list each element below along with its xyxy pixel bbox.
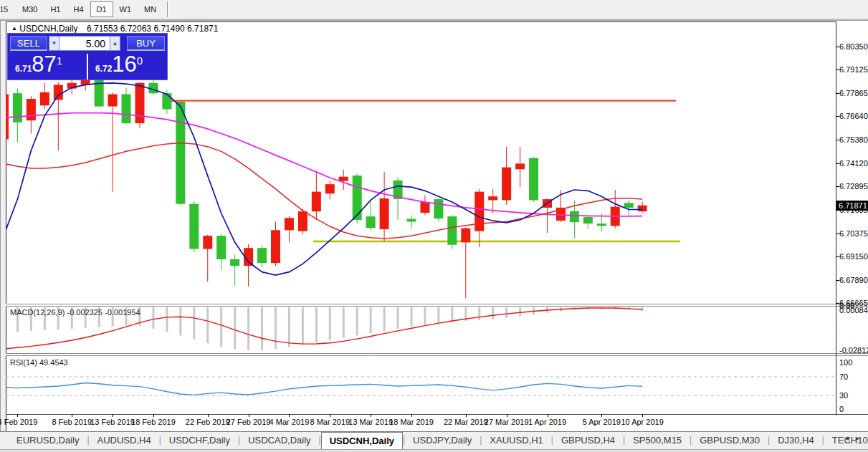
- macd-axis-label: 0.000849: [839, 306, 868, 314]
- candle-body: [488, 196, 497, 200]
- candle-body: [502, 168, 511, 201]
- candle-body: [189, 204, 199, 249]
- macd-histogram-bar: [411, 307, 413, 327]
- macd-histogram-bar: [329, 307, 331, 340]
- macd-axis-label: -0.0281241: [839, 346, 868, 355]
- price-tick-label: 6.80350: [839, 42, 868, 51]
- chart-tab-USDJPY-Daily[interactable]: USDJPY,Daily: [405, 432, 480, 449]
- candle-body: [434, 199, 443, 218]
- timeframe-button-W1[interactable]: W1: [113, 1, 138, 17]
- time-tick-mark: [371, 414, 371, 417]
- chart-tab-USDCNH-Daily[interactable]: USDCNH,Daily: [321, 432, 403, 449]
- candle-body: [474, 192, 484, 231]
- rsi-panel-chart[interactable]: [6, 356, 836, 414]
- time-tick-mark: [601, 414, 602, 417]
- volume-increase-button[interactable]: ▲: [110, 36, 120, 51]
- macd-histogram-bar: [343, 307, 345, 338]
- timeframe-button-D1[interactable]: D1: [90, 1, 113, 17]
- macd-histogram-bar: [505, 307, 507, 318]
- status-strip: [0, 449, 868, 452]
- macd-histogram-bar: [315, 307, 318, 342]
- time-tick-label: 18 Feb 2019: [131, 418, 176, 426]
- candle-body: [176, 102, 185, 204]
- volume-input[interactable]: [59, 36, 110, 51]
- tab-scroll-right-icon[interactable]: ►: [854, 435, 865, 442]
- time-tick-label: 8 Feb 2019: [52, 418, 92, 426]
- chart-tab-DJ30-H4[interactable]: DJ30,H4: [770, 432, 822, 449]
- tab-scroll-left-icon[interactable]: ◄: [844, 435, 854, 442]
- macd-histogram-bar: [370, 307, 372, 333]
- trading-terminal: M15M30H1H4D1W1MN ▲ USDCNH,Daily 6.71553 …: [0, 0, 868, 452]
- current-price-badge: 6.71871: [836, 201, 868, 211]
- timeframe-button-M15[interactable]: M15: [0, 1, 16, 17]
- collapse-triangle-icon[interactable]: ▲: [11, 25, 17, 32]
- candle-body: [420, 202, 429, 213]
- chart-tab-USDCAD-Daily[interactable]: USDCAD,Daily: [240, 432, 318, 449]
- chart-tab-GBPUSD-H4[interactable]: GBPUSD,H4: [553, 432, 623, 449]
- time-tick-label: 13 Mar 2019: [348, 418, 393, 426]
- macd-histogram-bar: [179, 307, 181, 335]
- timeframe-button-H4[interactable]: H4: [67, 1, 90, 17]
- sell-button[interactable]: SELL: [10, 36, 47, 51]
- timeframe-toolbar: M15M30H1H4D1W1MN: [0, 0, 868, 18]
- rsi-axis-label: 70: [839, 372, 848, 381]
- candle-body: [13, 93, 22, 122]
- trade-panel: SELL ▼ ▲ BUY 6.71871 6.72160: [7, 33, 168, 80]
- macd-histogram-bar: [275, 307, 277, 349]
- timeframe-button-M30[interactable]: M30: [16, 1, 44, 17]
- timeframe-button-H1[interactable]: H1: [44, 1, 67, 17]
- buy-button[interactable]: BUY: [127, 36, 165, 51]
- buy-price[interactable]: 6.72160: [95, 52, 143, 77]
- candle-body: [339, 177, 348, 181]
- macd-histogram-bar: [451, 307, 453, 322]
- candle-body: [312, 192, 321, 211]
- candle-body: [597, 223, 606, 226]
- toolbar-separator: [167, 1, 170, 17]
- chart-tab-USDCHF-Daily[interactable]: USDCHF,Daily: [161, 432, 238, 449]
- chart-tab-XAUUSD-H1[interactable]: XAUUSD,H1: [482, 432, 550, 449]
- buy-price-prefix: 6.72: [95, 64, 112, 74]
- time-tick-mark: [330, 414, 330, 417]
- chart-symbol-label: USDCNH,Daily: [19, 24, 77, 34]
- macd-indicator-label: MACD(12,26,9) -0.002325 -0.001954: [10, 308, 140, 317]
- price-tick-label: 6.70375: [839, 229, 868, 238]
- candle-body: [230, 259, 239, 266]
- macd-histogram-bar: [220, 307, 222, 347]
- time-tick-mark: [548, 414, 548, 417]
- candle-body: [325, 184, 335, 193]
- macd-histogram-bar: [383, 307, 386, 331]
- timeframe-button-MN[interactable]: MN: [138, 1, 163, 17]
- time-tick-label: 27 Mar 2019: [485, 418, 529, 426]
- time-tick-mark: [411, 414, 412, 417]
- time-tick-label: 8 Mar 2019: [310, 418, 350, 426]
- candle-body: [27, 99, 36, 120]
- candle-body: [285, 218, 294, 230]
- chart-ohlc-values: 6.71553 6.72063 6.71490 6.71871: [87, 24, 219, 34]
- macd-histogram-bar: [288, 307, 290, 347]
- candle-body: [407, 219, 416, 222]
- macd-signal-value: -0.001954: [105, 308, 140, 317]
- macd-histogram-bar: [193, 307, 195, 340]
- candle-body: [380, 198, 389, 229]
- time-tick-mark: [466, 414, 467, 417]
- candle-body: [353, 175, 362, 220]
- panel-divider: [87, 54, 88, 80]
- rsi-indicator-label: RSI(14) 49.4543: [10, 358, 68, 367]
- chart-tab-AUDUSD-H4[interactable]: AUDUSD,H4: [90, 432, 159, 449]
- macd-histogram-bar: [302, 307, 304, 345]
- macd-histogram-bar: [519, 307, 521, 317]
- candle-body: [515, 163, 525, 169]
- chart-tab-SP500-M15[interactable]: SP500,M15: [625, 432, 690, 449]
- sell-price[interactable]: 6.71871: [15, 52, 62, 77]
- macd-histogram-bar: [152, 307, 154, 329]
- time-tick-mark: [249, 414, 249, 417]
- candle-body: [447, 216, 457, 245]
- macd-histogram-bar: [478, 307, 480, 320]
- buy-price-main: 16: [112, 52, 136, 77]
- candle-body: [298, 211, 307, 231]
- chart-tab-GBPUSD-M30[interactable]: GBPUSD,M30: [692, 432, 768, 449]
- macd-histogram-bar: [437, 307, 439, 323]
- chart-tab-EURUSD-Daily[interactable]: EURUSD,Daily: [9, 432, 87, 449]
- candle-body: [203, 236, 212, 249]
- volume-decrease-button[interactable]: ▼: [49, 36, 59, 51]
